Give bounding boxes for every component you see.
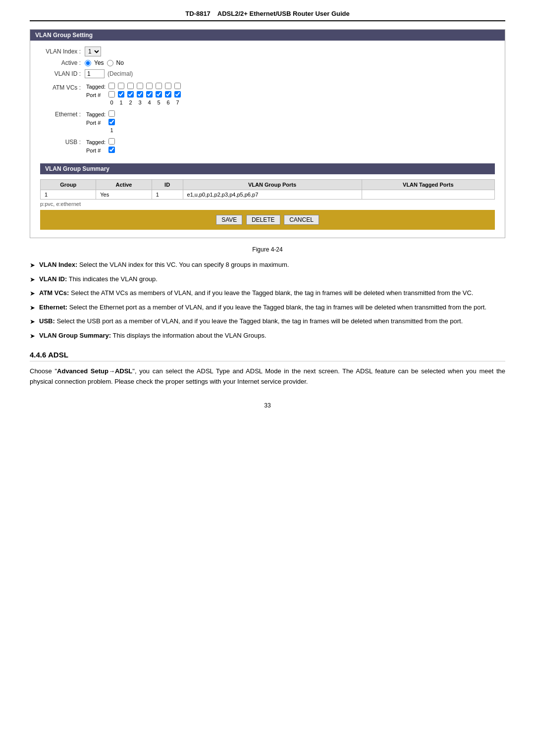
summary-header-row: Group Active ID VLAN Group Ports VLAN Ta… (41, 180, 495, 190)
active-yes-radio[interactable] (85, 60, 91, 66)
atm-tagged-check-5[interactable] (156, 83, 162, 89)
vlan-index-row: VLAN Index : 1 2 3 4 5 6 7 8 (40, 47, 495, 56)
usb-port-checkbox[interactable] (108, 147, 115, 153)
ethernet-port-cb-cell (107, 118, 116, 127)
button-bar: SAVE DELETE CANCEL (40, 210, 495, 230)
ethernet-port-row: Port # (85, 118, 116, 127)
ethernet-port-num: 1 (107, 127, 116, 134)
adsl-menu-path: Advanced Setup→ADSL (57, 367, 132, 375)
usb-tagged-cb-cell (107, 138, 116, 146)
atm-port-num-4: 4 (145, 99, 154, 106)
page-number: 33 (30, 402, 505, 409)
atm-port-check-5[interactable] (156, 91, 162, 98)
summary-section: VLAN Group Summary Group Active ID VLAN … (40, 163, 495, 210)
atm-tagged-check-1[interactable] (118, 83, 124, 89)
bullet-text-1: VLAN ID: This indicates the VLAN group. (39, 274, 505, 284)
atm-port-check-4[interactable] (146, 91, 153, 98)
atm-port-check-3[interactable] (137, 91, 143, 98)
active-content: Yes No (85, 59, 124, 66)
atm-port-num-row: 0 1 2 3 4 5 6 7 (85, 99, 182, 106)
atm-tagged-check-2[interactable] (127, 83, 134, 89)
summary-note: p:pvc, e:ethernet (40, 201, 495, 207)
atm-tagged-check-0[interactable] (108, 83, 115, 89)
summary-tagged-val (362, 190, 494, 200)
ethernet-port-num-row: 1 (85, 127, 116, 134)
atm-tagged-cb-5 (154, 82, 163, 91)
atm-port-check-2[interactable] (127, 91, 134, 98)
atm-port-num-spacer (85, 99, 107, 106)
usb-tagged-checkbox[interactable] (108, 138, 115, 145)
ethernet-port-checkbox[interactable] (108, 119, 115, 125)
adsl-heading-text: 4.4.6 ADSL (30, 351, 68, 359)
bullet-term-0: VLAN Index: (39, 261, 77, 268)
bullet-text-4: USB: Select the USB port as a member of … (39, 316, 505, 326)
atm-port-num-0: 0 (107, 99, 116, 106)
summary-th-ports: VLAN Group Ports (183, 180, 362, 190)
summary-th-tagged: VLAN Tagged Ports (362, 180, 494, 190)
ethernet-tagged-checkbox[interactable] (108, 110, 115, 117)
atm-port-num-2: 2 (126, 99, 135, 106)
vlan-index-content: 1 2 3 4 5 6 7 8 (85, 47, 101, 56)
ethernet-tagged-row: Tagged: (85, 110, 116, 118)
atm-tagged-cb-4 (145, 82, 154, 91)
usb-port-row: Port # (85, 146, 116, 154)
summary-active-val: Yes (96, 190, 152, 200)
atm-port-check-7[interactable] (174, 91, 181, 98)
ethernet-port-num-spacer (85, 127, 107, 134)
vlan-panel-title: VLAN Group Setting (30, 30, 505, 41)
atm-port-check-row: Port # (85, 91, 182, 99)
ethernet-table: Tagged: Port # 1 (85, 110, 116, 134)
delete-button[interactable]: DELETE (246, 215, 280, 225)
vlan-id-content: (Decimal) (85, 69, 133, 78)
page-header: TD-8817 ADSL2/2+ Ethernet/USB Router Use… (30, 10, 505, 21)
atm-tagged-check-7[interactable] (174, 83, 181, 89)
bullet-text-3: Ethernet: Select the Ethernet port as a … (39, 302, 505, 312)
figure-caption: Figure 4-24 (30, 246, 505, 253)
cancel-button[interactable]: CANCEL (284, 215, 319, 225)
bullet-term-2: ATM VCs: (39, 289, 69, 297)
atm-port-num-7: 7 (173, 99, 182, 106)
bullet-list: ➤ VLAN Index: Select the VLAN index for … (30, 260, 505, 341)
atm-tagged-row: Tagged: (85, 82, 182, 91)
active-row: Active : Yes No (40, 59, 495, 66)
bullet-usb: ➤ USB: Select the USB port as a member o… (30, 316, 505, 327)
vlan-index-label: VLAN Index : (40, 48, 85, 55)
ethernet-port-label: Port # (85, 118, 107, 127)
decimal-hint: (Decimal) (107, 70, 133, 77)
active-yes-label: Yes (94, 59, 104, 66)
atm-tagged-cb-1 (116, 82, 126, 91)
save-button[interactable]: SAVE (216, 215, 242, 225)
atm-port-check-6[interactable] (165, 91, 171, 98)
summary-ports-val: e1,u,p0,p1,p2,p3,p4,p5,p6,p7 (183, 190, 362, 200)
vlan-id-label: VLAN ID : (40, 70, 85, 77)
atm-port-num-3: 3 (135, 99, 145, 106)
bullet-vlan-index: ➤ VLAN Index: Select the VLAN index for … (30, 260, 505, 270)
atm-port-cb-3 (135, 91, 145, 99)
active-no-label: No (116, 59, 124, 66)
bullet-arrow-1: ➤ (30, 275, 35, 285)
bullet-term-5: VLAN Group Summary: (39, 332, 111, 339)
atm-port-check-0[interactable] (108, 91, 115, 98)
atm-port-cb-4 (145, 91, 154, 99)
summary-th-id: ID (152, 180, 183, 190)
atm-tagged-cb-3 (135, 82, 145, 91)
usb-tagged-label: Tagged: (85, 138, 107, 146)
vlan-index-select[interactable]: 1 2 3 4 5 6 7 8 (85, 47, 101, 56)
atm-vcs-content: Tagged: Port # (85, 82, 182, 106)
active-no-radio[interactable] (107, 60, 113, 66)
adsl-section-heading: 4.4.6 ADSL (30, 351, 505, 361)
atm-port-check-1[interactable] (118, 91, 124, 98)
header-title: ADSL2/2+ Ethernet/USB Router User Guide (217, 10, 350, 17)
bullet-arrow-2: ➤ (30, 289, 35, 299)
bullet-vlan-id: ➤ VLAN ID: This indicates the VLAN group… (30, 274, 505, 285)
usb-port-label: Port # (85, 146, 107, 154)
atm-tagged-check-4[interactable] (146, 83, 153, 89)
usb-tagged-row: Tagged: (85, 138, 116, 146)
adsl-body-text: Choose "Advanced Setup→ADSL", you can se… (30, 366, 505, 387)
atm-tagged-cb-0 (107, 82, 116, 91)
vlan-id-input[interactable] (85, 69, 105, 78)
atm-tagged-check-3[interactable] (137, 83, 143, 89)
bullet-vlan-summary: ➤ VLAN Group Summary: This displays the … (30, 331, 505, 341)
bullet-arrow-3: ➤ (30, 303, 35, 313)
atm-tagged-check-6[interactable] (165, 83, 171, 89)
